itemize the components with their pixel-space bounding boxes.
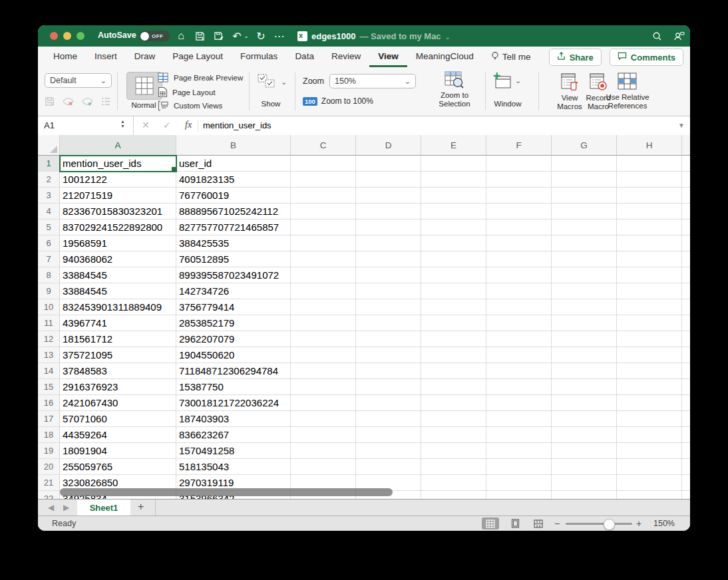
cell-A9[interactable]: 33884545 [60,283,176,299]
column-header-a[interactable]: A [60,135,176,156]
row-header-18[interactable]: 18 [38,427,60,443]
next-sheet-icon[interactable]: ▶ [63,503,69,512]
cell-E8[interactable] [421,267,486,283]
tab-home[interactable]: Home [45,47,86,67]
horizontal-scrollbar[interactable] [60,488,393,496]
row-header-16[interactable]: 16 [38,395,60,411]
cell-C15[interactable] [291,379,356,395]
cell-G19[interactable] [552,443,617,459]
cell-D14[interactable] [356,363,421,379]
cell-D6[interactable] [356,235,421,251]
row-header-17[interactable]: 17 [38,411,60,427]
cell-F13[interactable] [486,347,552,363]
cell-F17[interactable] [486,411,552,427]
cell-F21[interactable] [486,475,552,491]
cell-A3[interactable]: 212071519 [60,188,176,204]
cell-D13[interactable] [356,347,421,363]
cell-G5[interactable] [552,219,617,235]
cell-H2[interactable] [617,172,682,188]
cell-D19[interactable] [356,443,421,459]
tab-formulas[interactable]: Formulas [232,47,286,67]
row-header-4[interactable]: 4 [38,204,60,219]
cell-A1[interactable]: mention_user_ids [60,156,176,172]
cell-E10[interactable] [421,299,486,315]
cell-D1[interactable] [356,156,421,172]
cell-G6[interactable] [552,235,617,251]
cell-A14[interactable]: 37848583 [60,363,176,379]
enter-icon[interactable]: ✓ [163,120,171,130]
cell-F6[interactable] [486,235,552,251]
cell-D3[interactable] [356,188,421,204]
cell-G3[interactable] [552,188,617,204]
cell-A20[interactable]: 255059765 [60,459,176,475]
cell-F4[interactable] [486,204,552,219]
column-header-c[interactable]: C [291,135,356,156]
column-header-f[interactable]: F [486,135,552,156]
cell-A11[interactable]: 43967741 [60,315,176,331]
column-header-b[interactable]: B [176,135,291,156]
cell-E19[interactable] [421,443,486,459]
row-header-14[interactable]: 14 [38,363,60,379]
cell-G2[interactable] [552,172,617,188]
cell-E9[interactable] [421,283,486,299]
cell-D16[interactable] [356,395,421,411]
cell-E4[interactable] [421,204,486,219]
cell-G1[interactable] [552,156,617,172]
cell-C13[interactable] [291,347,356,363]
cell-F7[interactable] [486,251,552,267]
add-sheet-button[interactable]: + [138,501,144,513]
select-all-corner[interactable] [38,135,60,156]
zoom-select[interactable]: 150%⌄ [329,74,416,88]
cell-C12[interactable] [291,331,356,347]
cell-H15[interactable] [617,379,682,395]
cell-H8[interactable] [617,267,682,283]
row-header-10[interactable]: 10 [38,299,60,315]
status-page-break-button[interactable] [530,517,547,529]
cell-G8[interactable] [552,267,617,283]
tab-insert[interactable]: Insert [86,47,126,67]
zoom-slider-thumb[interactable] [604,519,615,530]
cell-H19[interactable] [617,443,682,459]
save-as-icon[interactable] [210,25,226,47]
custom-views-button[interactable]: Custom Views [158,100,222,111]
cell-C11[interactable] [291,315,356,331]
cell-B7[interactable]: 760512895 [176,251,291,267]
name-box[interactable]: A1 ▲▼ [38,116,134,135]
cell-A4[interactable]: 823367015830323201 [60,204,176,219]
cell-G17[interactable] [552,411,617,427]
row-header-7[interactable]: 7 [38,251,60,267]
cell-G21[interactable] [552,475,617,491]
minimize-window-button[interactable] [63,32,71,40]
zoom-to-100-button[interactable]: 100 Zoom to 100% [303,96,373,106]
row-header-22[interactable]: 22 [38,491,60,499]
cell-H10[interactable] [617,299,682,315]
home-icon[interactable]: ⌂ [173,25,189,47]
status-normal-view-button[interactable] [482,517,499,529]
cell-B1[interactable]: user_id [176,156,291,172]
cell-G4[interactable] [552,204,617,219]
cell-E17[interactable] [421,411,486,427]
page-break-preview-button[interactable]: Page Break Preview [158,72,243,83]
cell-E14[interactable] [421,363,486,379]
cell-B13[interactable]: 1904550620 [176,347,291,363]
more-commands-icon[interactable]: ⋯ [271,25,288,47]
cell-F10[interactable] [486,299,552,315]
cell-A18[interactable]: 44359264 [60,427,176,443]
cell-B12[interactable]: 2962207079 [176,331,291,347]
cell-F12[interactable] [486,331,552,347]
cell-H9[interactable] [617,283,682,299]
cell-H5[interactable] [617,219,682,235]
zoom-out-icon[interactable]: − [554,518,560,529]
cell-B19[interactable]: 1570491258 [176,443,291,459]
keep-sheet-view-icon[interactable] [45,96,55,108]
cell-C16[interactable] [291,395,356,411]
row-header-12[interactable]: 12 [38,331,60,347]
cell-H22[interactable] [617,491,682,499]
zoom-slider[interactable] [566,523,632,525]
row-header-13[interactable]: 13 [38,347,60,363]
row-header-1[interactable]: 1 [38,156,60,172]
row-header-6[interactable]: 6 [38,235,60,251]
tab-data[interactable]: Data [286,47,323,67]
cell-B6[interactable]: 388425535 [176,235,291,251]
cell-F14[interactable] [486,363,552,379]
